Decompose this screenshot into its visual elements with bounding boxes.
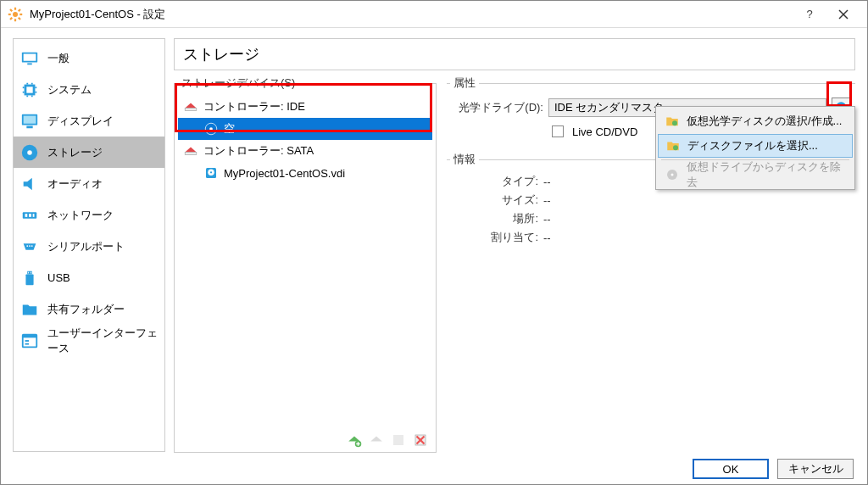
svg-point-61	[673, 145, 678, 150]
svg-line-6	[19, 17, 20, 19]
svg-point-60	[672, 120, 677, 125]
sidebar-item-ui[interactable]: ユーザーインターフェース	[14, 325, 164, 356]
svg-rect-44	[185, 109, 197, 111]
help-button[interactable]: ?	[793, 1, 826, 28]
svg-rect-36	[27, 270, 32, 274]
svg-rect-54	[393, 435, 403, 445]
page-title: ストレージ	[174, 38, 855, 70]
sidebar-item-label: 一般	[47, 51, 70, 66]
svg-point-63	[671, 174, 674, 176]
remove-disc-icon	[665, 167, 680, 182]
sidebar-item-serial[interactable]: シリアルポート	[14, 231, 164, 262]
live-cd-checkbox[interactable]	[552, 125, 564, 137]
info-location-label: 場所:	[450, 211, 543, 226]
tree-label: MyProject01-CentOS.vdi	[224, 167, 345, 180]
info-allocation-value: --	[543, 231, 551, 244]
sata-controller-icon	[183, 143, 198, 159]
add-controller-button[interactable]	[346, 432, 363, 449]
info-size-value: --	[543, 194, 551, 207]
remove-attachment-button[interactable]	[412, 432, 429, 449]
sidebar-item-shared[interactable]: 共有フォルダー	[14, 293, 164, 325]
svg-rect-47	[185, 153, 197, 155]
tree-controller-ide[interactable]: コントローラー: IDE	[178, 96, 432, 118]
sidebar-item-label: ディスプレイ	[47, 114, 114, 129]
monitor-icon	[20, 49, 39, 68]
ide-controller-icon	[183, 99, 198, 114]
menu-label: 仮想光学ディスクの選択/作成...	[687, 114, 842, 129]
sidebar-item-system[interactable]: システム	[14, 74, 164, 105]
svg-rect-13	[27, 63, 32, 64]
disc-icon	[203, 121, 219, 137]
svg-rect-41	[23, 334, 37, 337]
remove-controller-button[interactable]	[368, 432, 385, 449]
menu-choose-disk-file[interactable]: ディスクファイルを選択...	[658, 134, 853, 158]
optical-drive-label: 光学ドライブ(D):	[450, 100, 543, 115]
network-icon	[20, 206, 39, 225]
sidebar-item-label: ストレージ	[47, 145, 103, 160]
svg-line-7	[10, 17, 12, 19]
tree-ide-empty[interactable]: 空	[178, 118, 432, 140]
menu-choose-create-disk[interactable]: 仮想光学ディスクの選択/作成...	[658, 109, 853, 134]
folder-icon	[20, 300, 39, 319]
svg-rect-31	[29, 214, 31, 217]
svg-line-5	[10, 9, 12, 11]
svg-rect-43	[25, 343, 30, 344]
sidebar-item-general[interactable]: 一般	[14, 42, 164, 74]
main-area: 一般 システム ディスプレイ ストレージ オーディオ ネットワーク シリアルポー…	[1, 28, 867, 452]
sidebar-item-network[interactable]: ネットワーク	[14, 199, 164, 231]
svg-point-46	[209, 127, 213, 131]
titlebar: MyProject01-CentOS - 設定 ?	[1, 1, 867, 28]
menu-label: ディスクファイルを選択...	[687, 138, 818, 153]
menu-remove-disk: 仮想ドライブからディスクを除去	[658, 162, 853, 187]
svg-rect-38	[28, 271, 29, 273]
tree-sata-disk[interactable]: MyProject01-CentOS.vdi	[178, 162, 432, 184]
svg-rect-32	[33, 214, 35, 217]
storage-devices-legend: ストレージデバイス(S)	[178, 75, 298, 91]
storage-devices-panel: ストレージデバイス(S) コントローラー: IDE 空 コントローラー:	[174, 75, 437, 453]
svg-rect-37	[25, 274, 33, 285]
disc-context-menu: 仮想光学ディスクの選択/作成... ディスクファイルを選択... 仮想ドライブか…	[655, 106, 855, 190]
right-panel: ストレージ ストレージデバイス(S) コントローラー: IDE 空	[174, 38, 855, 452]
storage-tree: コントローラー: IDE 空 コントローラー: SATA MyProj	[178, 96, 432, 428]
tree-label: 空	[224, 121, 235, 137]
dialog-footer: OK キャンセル	[1, 452, 867, 485]
info-size-label: サイズ:	[450, 192, 543, 208]
category-sidebar: 一般 システム ディスプレイ ストレージ オーディオ ネットワーク シリアルポー…	[13, 38, 165, 452]
sidebar-item-audio[interactable]: オーディオ	[14, 168, 164, 199]
tree-label: コントローラー: SATA	[203, 143, 314, 159]
svg-point-28	[27, 150, 32, 155]
tree-controller-sata[interactable]: コントローラー: SATA	[178, 140, 432, 162]
svg-point-35	[31, 245, 33, 247]
sidebar-item-display[interactable]: ディスプレイ	[14, 105, 164, 137]
usb-icon	[20, 269, 39, 287]
sidebar-item-usb[interactable]: USB	[14, 262, 164, 293]
tree-label: コントローラー: IDE	[203, 99, 305, 114]
close-button[interactable]	[826, 1, 860, 28]
sidebar-item-label: システム	[47, 82, 92, 98]
svg-point-0	[13, 12, 18, 17]
svg-rect-39	[31, 271, 31, 273]
ok-button[interactable]: OK	[693, 459, 769, 479]
sidebar-item-storage[interactable]: ストレージ	[14, 137, 164, 168]
sidebar-item-label: オーディオ	[47, 176, 103, 192]
storage-devices-fieldset: ストレージデバイス(S) コントローラー: IDE 空 コントローラー:	[174, 75, 437, 453]
svg-rect-12	[24, 53, 36, 60]
attributes-legend: 属性	[450, 75, 479, 91]
svg-rect-15	[26, 86, 32, 92]
ui-icon	[20, 332, 39, 350]
info-location-value: --	[543, 213, 551, 226]
live-cd-label: Live CD/DVD	[572, 125, 637, 138]
cancel-button[interactable]: キャンセル	[777, 459, 854, 479]
folder-disk-icon	[665, 114, 680, 129]
add-attachment-button[interactable]	[390, 432, 407, 449]
attributes-panel: 属性 光学ドライブ(D): IDE セカンダリマスター ▾ Live	[447, 75, 855, 453]
window-title: MyProject01-CentOS - 設定	[30, 7, 165, 22]
menu-label: 仮想ドライブからディスクを除去	[687, 159, 846, 190]
svg-line-8	[19, 9, 20, 11]
sidebar-item-label: ユーザーインターフェース	[47, 326, 158, 356]
sidebar-item-label: シリアルポート	[47, 239, 125, 254]
sidebar-item-label: USB	[47, 271, 70, 284]
display-icon	[20, 112, 39, 131]
svg-rect-30	[25, 214, 28, 217]
serial-icon	[20, 237, 39, 256]
